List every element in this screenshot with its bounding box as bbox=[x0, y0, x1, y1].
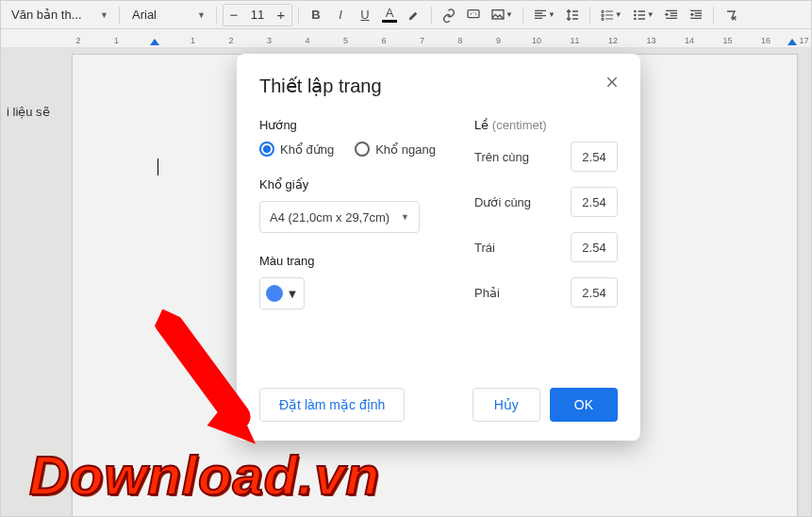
caret-down-icon: ▼ bbox=[401, 212, 409, 222]
orientation-label: Hướng bbox=[259, 118, 457, 132]
margin-left-label: Trái bbox=[474, 241, 495, 255]
orientation-portrait-label: Khổ đứng bbox=[280, 142, 334, 157]
paper-size-value: A4 (21,0cm x 29,7cm) bbox=[270, 210, 389, 225]
close-icon bbox=[605, 75, 620, 90]
margin-bottom-input[interactable] bbox=[571, 187, 618, 217]
radio-on-icon bbox=[259, 142, 274, 157]
dialog-close-button[interactable] bbox=[601, 71, 623, 93]
set-default-button[interactable]: Đặt làm mặc định bbox=[259, 388, 405, 422]
dialog-title: Thiết lập trang bbox=[259, 75, 618, 97]
orientation-landscape-label: Khổ ngang bbox=[375, 142, 436, 157]
orientation-landscape-radio[interactable]: Khổ ngang bbox=[355, 142, 436, 157]
orientation-portrait-radio[interactable]: Khổ đứng bbox=[259, 142, 334, 157]
ok-label: OK bbox=[574, 397, 593, 412]
caret-down-icon: ▼ bbox=[287, 287, 299, 301]
cancel-button[interactable]: Hủy bbox=[472, 388, 540, 422]
margin-top-input[interactable] bbox=[571, 142, 618, 172]
page-color-swatch bbox=[266, 285, 283, 302]
margin-bottom-label: Dưới cùng bbox=[474, 195, 531, 209]
set-default-label: Đặt làm mặc định bbox=[279, 397, 385, 412]
margin-right-input[interactable] bbox=[571, 277, 618, 308]
margins-label-text: Lề bbox=[474, 118, 489, 132]
margins-label: Lề (centimet) bbox=[474, 118, 618, 132]
page-color-dropdown[interactable]: ▼ bbox=[259, 277, 305, 309]
cancel-label: Hủy bbox=[494, 397, 519, 412]
paper-size-dropdown[interactable]: A4 (21,0cm x 29,7cm) ▼ bbox=[259, 201, 420, 233]
ok-button[interactable]: OK bbox=[550, 388, 618, 422]
radio-off-icon bbox=[355, 142, 370, 157]
margin-top-label: Trên cùng bbox=[474, 150, 529, 164]
margin-left-input[interactable] bbox=[571, 232, 618, 262]
margin-right-label: Phải bbox=[474, 286, 500, 300]
page-color-label: Màu trang bbox=[259, 254, 457, 268]
paper-size-label: Khổ giấy bbox=[259, 177, 457, 192]
margins-unit-hint: (centimet) bbox=[492, 118, 547, 132]
page-setup-dialog: Thiết lập trang Hướng Khổ đứng Khổ ngang… bbox=[237, 54, 640, 441]
